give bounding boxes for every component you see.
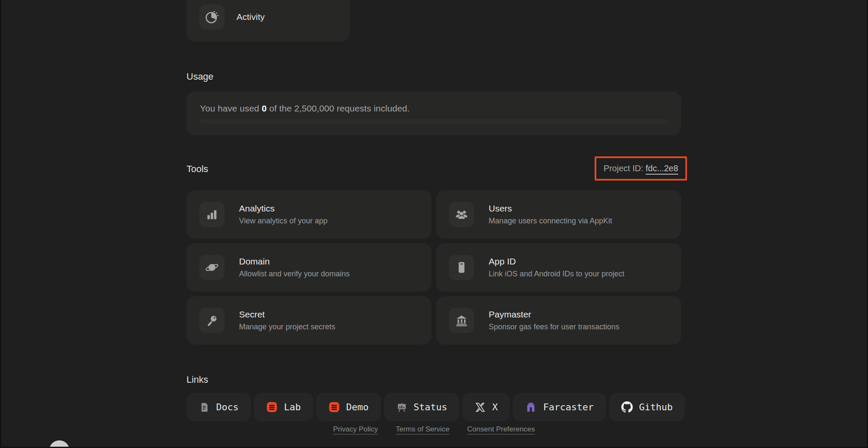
bar-chart-icon [199,202,225,227]
link-label: Docs [216,402,239,412]
tool-description: Allowlist and verify your domains [239,270,350,278]
tool-title: Paymaster [489,309,619,320]
tool-card-text: Paymaster Sponsor gas fees for user tran… [489,309,619,331]
tool-card-text: Domain Allowlist and verify your domains [239,256,350,278]
clock-history-icon [199,4,225,30]
tool-card-text: App ID Link iOS and Android IDs to your … [489,256,624,278]
usage-text-prefix: You have used [200,103,262,113]
link-label: Farcaster [543,402,593,412]
consent-preferences-link[interactable]: Consent Preferences [467,425,535,434]
tool-title: Analytics [239,203,328,214]
tools-grid: Analytics View analytics of your app Use… [186,190,681,345]
lab-link-button[interactable]: Lab [254,393,313,421]
project-id-label: Project ID: [604,164,645,173]
link-label: Lab [284,402,301,412]
activity-card-row: Activity [199,4,265,30]
farcaster-arch-icon [525,401,537,413]
usage-used-value: 0 [262,103,267,113]
privacy-policy-link[interactable]: Privacy Policy [333,425,378,434]
tool-description: Link iOS and Android IDs to your project [489,270,624,278]
links-heading: Links [186,374,681,385]
bank-icon [449,308,474,333]
tool-card-paymaster[interactable]: Paymaster Sponsor gas fees for user tran… [436,296,681,345]
tool-card-app-id[interactable]: App ID Link iOS and Android IDs to your … [436,243,681,292]
tool-card-text: Secret Manage your project secrets [239,309,335,331]
lab-orange-icon [266,401,278,413]
tools-heading: Tools [186,164,208,175]
tool-title: App ID [489,256,624,267]
main-content: Activity Usage You have used 0 of the 2,… [186,0,681,421]
x-link-button[interactable]: X [462,393,510,421]
usage-text: You have used 0 of the 2,500,000 request… [200,103,668,114]
link-label: X [492,402,498,412]
tool-title: Secret [239,309,335,320]
usage-heading: Usage [186,71,681,82]
usage-card: You have used 0 of the 2,500,000 request… [186,92,681,135]
link-label: Github [639,402,673,412]
link-label: Demo [346,402,369,412]
key-icon [199,308,225,333]
links-row: Docs Lab Demo [186,393,681,421]
users-icon [449,202,474,227]
tool-card-secret[interactable]: Secret Manage your project secrets [186,296,431,345]
tool-card-domain[interactable]: Domain Allowlist and verify your domains [186,243,431,292]
chat-widget-bubble[interactable] [49,440,70,448]
tool-description: View analytics of your app [239,217,328,225]
project-id-badge[interactable]: Project ID: fdc...2e8 [595,156,687,181]
footer-links: Privacy Policy Terms of Service Consent … [0,425,868,434]
github-link-button[interactable]: Github [609,393,685,421]
document-icon [199,402,210,413]
usage-text-suffix: of the 2,500,000 requests included. [267,103,410,113]
activity-card-label: Activity [236,12,265,22]
activity-card[interactable]: Activity [186,0,350,42]
link-label: Status [414,402,447,412]
tool-description: Manage your project secrets [239,323,335,331]
terms-of-service-link[interactable]: Terms of Service [396,425,450,434]
farcaster-link-button[interactable]: Farcaster [513,393,606,421]
tools-heading-row: Tools Project ID: fdc...2e8 [186,164,681,189]
phone-icon [449,255,474,280]
tool-title: Domain [239,256,350,267]
tool-description: Manage users connecting via AppKit [489,217,612,225]
docs-link-button[interactable]: Docs [186,393,251,421]
tool-title: Users [489,203,612,214]
demo-orange-icon [328,401,340,413]
tool-card-text: Users Manage users connecting via AppKit [489,203,612,225]
easel-icon [396,402,407,413]
x-logo-icon [475,402,486,413]
demo-link-button[interactable]: Demo [316,393,381,421]
usage-progress-bar [200,119,668,123]
project-id-value[interactable]: fdc...2e8 [645,164,678,173]
tool-card-text: Analytics View analytics of your app [239,203,328,225]
github-mark-icon [621,401,633,413]
tool-description: Sponsor gas fees for user transactions [489,323,619,331]
tool-card-users[interactable]: Users Manage users connecting via AppKit [436,190,681,239]
tool-card-analytics[interactable]: Analytics View analytics of your app [186,190,431,239]
planet-icon [199,255,225,280]
status-link-button[interactable]: Status [384,393,459,421]
